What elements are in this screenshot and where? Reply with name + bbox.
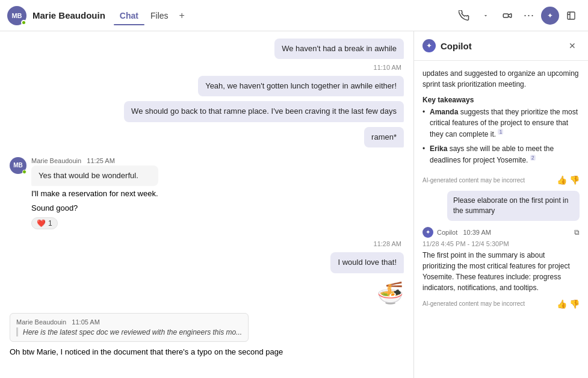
copilot-response-sender: Copilot 10:39 AM [437,229,571,236]
call-dropdown-button[interactable] [476,6,495,25]
message-content: Marie Beaudouin 11:25 AM Yes that would … [31,157,158,230]
message-row: Yeah, we haven't gotten lunch together i… [10,76,404,96]
copy-button[interactable]: ⧉ [574,228,580,237]
timestamp: 11:28 AM [10,240,401,247]
header: MB Marie Beaudouin Chat Files + ··· [0,0,588,31]
message-meta: Marie Beaudouin 11:25 AM [31,157,158,164]
copilot-icon: ✦ [422,39,436,52]
key-takeaways-section: Key takeaways Amanda suggests that they … [422,96,580,169]
message-bubble: I'll make a reservation for next week. [31,187,158,200]
copilot-response-text: The first point in the summary is about … [422,250,580,293]
message-row: I would love that! [10,252,404,273]
ai-disclaimer-2: AI-generated content may be incorrect 👍 … [422,299,580,309]
copilot-small-icon: ✦ [422,227,433,238]
copilot-header: ✦ Copilot ✕ [414,31,588,61]
copilot-response: ✦ Copilot 10:39 AM ⧉ 11/28 4:45 PM - 12/… [422,227,580,293]
ai-disclaimer: AI-generated content may be incorrect 👍 … [422,175,580,185]
message-row: ramen* [10,127,404,147]
quoted-message-block: Marie Beaudouin 11:05 AM Here is the lat… [10,313,249,342]
feedback-buttons: 👍 👎 [557,175,580,185]
copilot-title: Copilot [441,41,560,51]
feedback-buttons-2: 👍 👎 [557,299,580,309]
avatar: MB [7,6,26,25]
message-bubble: Oh btw Marie, I noticed in the document … [10,344,283,360]
copilot-content: updates and suggested to organize an upc… [414,61,588,378]
emoji-message: 🍜 [10,280,404,306]
contact-name: Marie Beaudouin [32,10,105,20]
message-row: MB Marie Beaudouin 11:25 AM Yes that wou… [10,157,404,230]
copilot-button[interactable]: ✦ [541,7,559,25]
thumbs-down-button[interactable]: 👎 [569,175,580,185]
takeaway-item: Amanda suggests that they prioritize the… [430,107,580,140]
add-tab-button[interactable]: + [175,8,190,23]
messages-list: We haven't had a break in awhile 11:10 A… [0,31,413,378]
message-bubble: ramen* [364,127,404,147]
tab-chat[interactable]: Chat [114,7,144,24]
quote-header: Marie Beaudouin 11:05 AM [16,318,242,326]
timestamp: 11:10 AM [10,64,401,71]
reaction-badge[interactable]: ❤️ 1 [31,217,58,229]
online-indicator [21,20,26,25]
message-bubble: Yes that would be wonderful. [31,166,158,186]
video-call-button[interactable] [498,6,517,25]
message-bubble: We should go back to that ramne place. I… [124,101,404,122]
message-bubble: I would love that! [330,252,404,273]
header-tabs: Chat Files + [114,7,190,24]
header-actions: ··· ✦ [454,6,581,25]
quote-content: Here is the latest spec doc we reviewed … [16,327,242,336]
copilot-response-date: 11/28 4:45 PM - 12/4 5:30PM [422,240,580,247]
chat-area: We haven't had a break in awhile 11:10 A… [0,31,413,378]
tab-files[interactable]: Files [144,7,175,24]
message-bubble: Sound good? [31,202,158,215]
copilot-intro-text: updates and suggested to organize an upc… [422,68,580,90]
message-row: Marie Beaudouin 11:05 AM Here is the lat… [10,313,404,360]
sender-avatar: MB [10,157,26,174]
call-button[interactable] [454,6,474,25]
copilot-response-header: ✦ Copilot 10:39 AM ⧉ [422,227,580,238]
main-content: We haven't had a break in awhile 11:10 A… [0,31,588,378]
message-row: We should go back to that ramne place. I… [10,101,404,122]
thumbs-down-button-2[interactable]: 👎 [569,299,580,309]
message-row: We haven't had a break in awhile [10,39,404,59]
copilot-user-message: Please elaborate on the first point in t… [447,191,580,221]
copilot-panel: ✦ Copilot ✕ updates and suggested to org… [413,31,588,378]
popout-button[interactable] [562,6,581,25]
more-options-button[interactable]: ··· [519,6,539,25]
close-button[interactable]: ✕ [565,39,580,53]
takeaway-item: Erika says she will be able to meet the … [430,143,580,166]
thumbs-up-button[interactable]: 👍 [557,175,567,185]
message-bubble: We haven't had a break in awhile [274,39,404,59]
avatar-online-indicator [22,170,26,174]
svg-rect-0 [568,12,575,19]
key-takeaways-label: Key takeaways [422,96,580,104]
message-bubble: Yeah, we haven't gotten lunch together i… [198,76,404,96]
thumbs-up-button-2[interactable]: 👍 [557,299,567,309]
